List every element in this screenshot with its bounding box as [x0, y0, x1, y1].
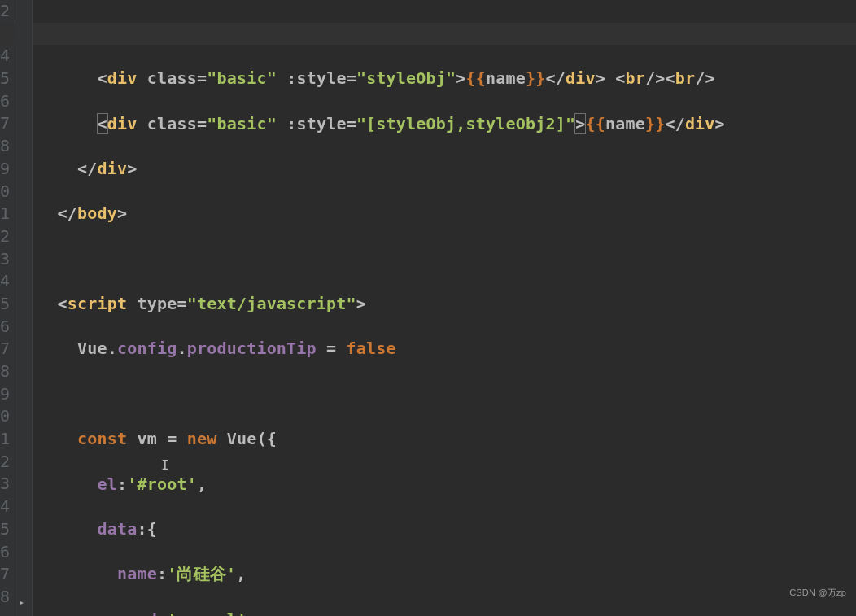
code-line[interactable]: [37, 248, 856, 271]
code-line[interactable]: <div class="basic" :style="[styleObj,sty…: [37, 113, 856, 136]
code-line[interactable]: const vm = new Vue({: [37, 428, 856, 451]
code-line[interactable]: data:{: [37, 518, 856, 541]
line-number: 6: [0, 316, 10, 339]
line-number: 2: [0, 0, 10, 23]
code-line[interactable]: <div class="basic" :style="styleObj">{{n…: [37, 68, 856, 90]
line-number: 3: [0, 473, 10, 496]
fold-column: ▸: [15, 0, 33, 616]
line-number: 1: [0, 203, 10, 225]
code-line[interactable]: </div>: [37, 158, 856, 181]
line-number: 7: [0, 338, 10, 360]
current-line-highlight: [0, 23, 856, 46]
line-number-gutter: 2 3 4 5 6 7 8 9 0 1 2 3 4 5 6 7 8 9 0 1 …: [0, 0, 15, 616]
line-number: 5: [0, 293, 10, 316]
line-number: 4: [0, 45, 10, 68]
line-number: 0: [0, 181, 10, 203]
code-line[interactable]: name:'尚硅谷',: [37, 563, 856, 586]
code-area[interactable]: <div class="basic" :style="styleObj">{{n…: [33, 0, 856, 616]
line-number: 5: [0, 68, 10, 90]
line-number: 1: [0, 428, 10, 451]
line-number: 9: [0, 383, 10, 406]
code-editor[interactable]: 2 3 4 5 6 7 8 9 0 1 2 3 4 5 6 7 8 9 0 1 …: [0, 0, 856, 616]
line-number: 6: [0, 541, 10, 564]
code-line[interactable]: [37, 383, 856, 406]
line-number: 0: [0, 405, 10, 428]
line-number: 4: [0, 496, 10, 518]
code-line[interactable]: el:'#root',: [37, 474, 856, 496]
code-line[interactable]: <script type="text/javascript">: [37, 293, 856, 316]
line-number: 9: [0, 158, 10, 181]
code-line[interactable]: Vue.config.productionTip = false: [37, 338, 856, 360]
line-number: 3: [0, 248, 10, 271]
code-line[interactable]: mood:'normal',: [37, 609, 856, 616]
line-number: 8: [0, 586, 10, 609]
line-number: 6: [0, 90, 10, 113]
line-number: 8: [0, 360, 10, 383]
watermark-label: CSDN @万zp: [789, 582, 846, 605]
line-number: 7: [0, 563, 10, 586]
line-number: 2: [0, 451, 10, 474]
fold-arrow-icon[interactable]: ▸: [19, 592, 24, 614]
line-number: 8: [0, 135, 10, 158]
line-number: 2: [0, 225, 10, 248]
line-number: 5: [0, 518, 10, 541]
line-number: 7: [0, 112, 10, 135]
code-line[interactable]: </body>: [37, 203, 856, 225]
line-number: 4: [0, 270, 10, 293]
